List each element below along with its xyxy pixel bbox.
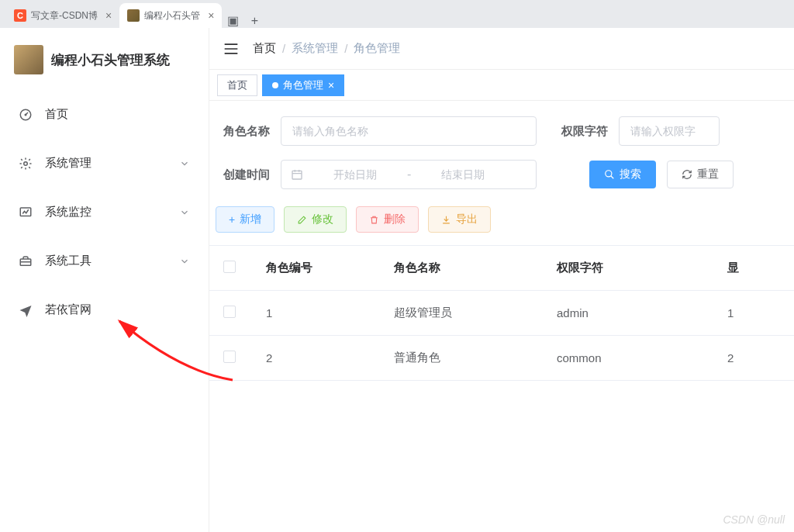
browser-tab-app[interactable]: 编程小石头管 ×: [119, 3, 222, 28]
breadcrumb: 首页 / 系统管理 / 角色管理: [253, 41, 400, 56]
plus-icon: +: [229, 213, 235, 226]
sidebar-item-home[interactable]: 首页: [0, 90, 209, 139]
button-label: 导出: [456, 212, 478, 226]
svg-point-6: [606, 171, 612, 177]
table-row[interactable]: 1 超级管理员 admin 1: [209, 291, 794, 336]
svg-rect-5: [292, 171, 302, 179]
close-icon[interactable]: ×: [105, 9, 112, 22]
csdn-icon: C: [14, 9, 26, 22]
button-label: 搜索: [620, 168, 641, 181]
create-time-label: 创建时间: [216, 168, 270, 182]
browser-tab-strip: C 写文章-CSDN博 × 编程小石头管 × ▣ +: [0, 0, 794, 28]
tab-home[interactable]: 首页: [217, 74, 257, 96]
col-perm: 权限字符: [557, 261, 727, 275]
calendar-icon: [291, 168, 303, 181]
col-show: 显: [727, 261, 774, 275]
button-label: 新增: [240, 212, 261, 226]
tab-role[interactable]: 角色管理 ×: [262, 74, 344, 96]
row-checkbox[interactable]: [223, 306, 236, 318]
reset-button[interactable]: 重置: [667, 161, 734, 188]
cell-perm: common: [557, 351, 727, 364]
tab-label: 编程小石头管: [144, 9, 200, 22]
sidebar-item-label: 系统监控: [45, 205, 91, 219]
end-date-input[interactable]: [420, 168, 506, 181]
cell-name: 普通角色: [394, 351, 557, 365]
col-id: 角色编号: [266, 261, 394, 275]
cell-id: 1: [266, 306, 394, 320]
button-label: 删除: [384, 212, 406, 226]
browser-tab-csdn[interactable]: C 写文章-CSDN博 ×: [6, 3, 119, 28]
button-label: 重置: [697, 168, 719, 181]
logo-row: 编程小石头管理系统: [0, 37, 209, 90]
logo-image: [14, 45, 43, 74]
watermark: CSDN @null: [723, 513, 785, 526]
trash-icon: [369, 215, 379, 225]
breadcrumb-sep: /: [344, 42, 347, 55]
cell-id: 2: [266, 351, 394, 364]
sidebar-item-label: 首页: [45, 107, 68, 122]
dashboard-icon: [19, 108, 33, 122]
perm-label: 权限字符: [547, 124, 608, 139]
breadcrumb-system[interactable]: 系统管理: [292, 41, 338, 56]
plane-icon: [19, 303, 33, 317]
row-checkbox[interactable]: [223, 351, 236, 363]
app-favicon: [127, 9, 140, 22]
sidebar-item-label: 系统管理: [45, 156, 91, 171]
topbar: 首页 / 系统管理 / 角色管理: [209, 28, 794, 70]
search-button[interactable]: 搜索: [589, 161, 656, 188]
role-name-input[interactable]: [281, 116, 537, 146]
sidebar-item-ruoyi[interactable]: 若依官网: [0, 285, 209, 334]
chevron-down-icon: [179, 207, 190, 218]
sidebar-item-label: 系统工具: [45, 254, 91, 268]
select-all-checkbox[interactable]: [223, 261, 236, 273]
perm-input[interactable]: [619, 116, 720, 146]
table-row[interactable]: 2 普通角色 common 2: [209, 336, 794, 381]
cell-perm: admin: [557, 306, 727, 320]
edit-button[interactable]: 修改: [284, 206, 347, 233]
breadcrumb-home[interactable]: 首页: [253, 41, 276, 56]
date-sep: -: [407, 168, 411, 181]
app-title: 编程小石头管理系统: [51, 51, 170, 69]
button-label: 修改: [312, 212, 333, 226]
close-icon[interactable]: ×: [208, 9, 214, 22]
cell-name: 超级管理员: [394, 306, 557, 320]
role-table: 角色编号 角色名称 权限字符 显 1 超级管理员 admin 1 2 普通角色 …: [209, 245, 794, 381]
monitor-icon: [19, 206, 33, 219]
hamburger-icon[interactable]: [223, 43, 239, 55]
sidebar: 编程小石头管理系统 首页 系统管理 系统监控 系统工具: [0, 28, 209, 532]
breadcrumb-role: 角色管理: [354, 41, 400, 56]
role-name-label: 角色名称: [216, 124, 270, 139]
tab-label: 角色管理: [283, 78, 323, 92]
chevron-down-icon: [179, 158, 190, 169]
svg-point-2: [24, 161, 28, 165]
cell-show: 2: [727, 351, 774, 364]
svg-point-1: [25, 113, 27, 116]
sidebar-item-label: 若依官网: [45, 302, 91, 317]
download-icon: [441, 215, 451, 225]
tab-group-icon[interactable]: ▣: [222, 13, 243, 28]
table-header-row: 角色编号 角色名称 权限字符 显: [209, 246, 794, 291]
new-tab-button[interactable]: +: [243, 14, 265, 28]
tab-label: 写文章-CSDN博: [31, 9, 98, 22]
search-icon: [604, 169, 615, 180]
sidebar-item-system[interactable]: 系统管理: [0, 139, 209, 188]
page-tabs: 首页 角色管理 ×: [209, 70, 794, 101]
add-button[interactable]: +新增: [216, 206, 274, 233]
chevron-down-icon: [179, 256, 190, 267]
toolbox-icon: [19, 254, 33, 268]
date-range-picker[interactable]: -: [281, 160, 537, 189]
sidebar-item-tools[interactable]: 系统工具: [0, 237, 209, 285]
tab-label: 首页: [227, 78, 247, 92]
breadcrumb-sep: /: [282, 42, 285, 55]
refresh-icon: [682, 169, 692, 180]
delete-button[interactable]: 删除: [356, 206, 419, 233]
sidebar-item-monitor[interactable]: 系统监控: [0, 188, 209, 237]
col-name: 角色名称: [394, 261, 557, 275]
start-date-input[interactable]: [312, 168, 398, 181]
edit-icon: [297, 215, 307, 225]
close-icon[interactable]: ×: [328, 79, 334, 92]
cell-show: 1: [727, 306, 774, 320]
gear-icon: [19, 157, 33, 171]
export-button[interactable]: 导出: [428, 206, 491, 233]
